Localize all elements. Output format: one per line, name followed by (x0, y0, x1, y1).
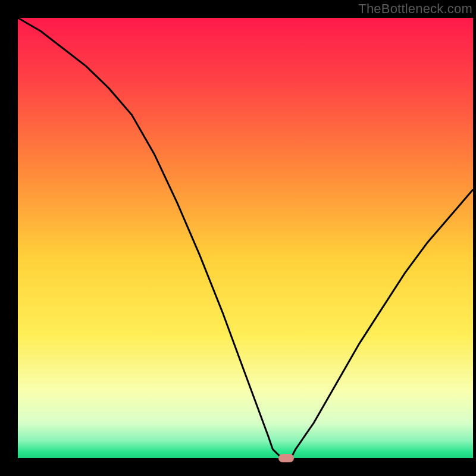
curve-marker (278, 454, 294, 462)
bottleneck-chart: TheBottleneck.com (0, 0, 476, 476)
plot-background (18, 18, 473, 458)
watermark-text: TheBottleneck.com (358, 1, 472, 17)
chart-svg (0, 0, 476, 476)
